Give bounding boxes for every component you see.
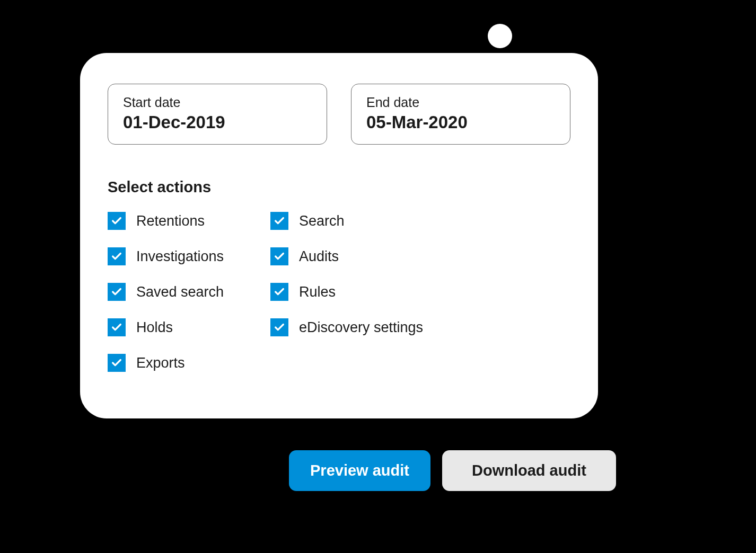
checkbox-row-rules[interactable]: Rules xyxy=(270,283,423,301)
checkbox-investigations[interactable] xyxy=(108,247,126,265)
checkbox-rules[interactable] xyxy=(270,283,288,301)
check-icon xyxy=(274,251,285,262)
actions-column-1: Retentions Investigations Saved search H… xyxy=(108,212,270,372)
checkbox-label: eDiscovery settings xyxy=(299,319,423,336)
check-icon xyxy=(274,215,285,227)
checkbox-label: Saved search xyxy=(136,284,224,300)
checkbox-label: Retentions xyxy=(136,213,205,229)
end-date-field[interactable]: End date 05-Mar-2020 xyxy=(351,84,570,145)
checkbox-row-saved-search[interactable]: Saved search xyxy=(108,283,270,301)
checkbox-search[interactable] xyxy=(270,212,288,230)
checkbox-label: Investigations xyxy=(136,248,224,265)
check-icon xyxy=(111,322,122,333)
checkbox-holds[interactable] xyxy=(108,318,126,336)
check-icon xyxy=(111,251,122,262)
check-icon xyxy=(111,286,122,298)
decorative-circle xyxy=(488,24,512,48)
start-date-field[interactable]: Start date 01-Dec-2019 xyxy=(108,84,327,145)
checkbox-row-retentions[interactable]: Retentions xyxy=(108,212,270,230)
checkbox-saved-search[interactable] xyxy=(108,283,126,301)
checkbox-label: Audits xyxy=(299,248,339,265)
select-actions-title: Select actions xyxy=(108,179,570,196)
end-date-value: 05-Mar-2020 xyxy=(366,112,555,132)
checkbox-row-exports[interactable]: Exports xyxy=(108,354,270,372)
checkbox-label: Search xyxy=(299,213,345,229)
check-icon xyxy=(111,357,122,369)
checkbox-label: Holds xyxy=(136,319,173,336)
action-buttons-row: Preview audit Download audit xyxy=(289,450,616,491)
check-icon xyxy=(111,215,122,227)
checkbox-row-holds[interactable]: Holds xyxy=(108,318,270,336)
audit-filter-panel: Start date 01-Dec-2019 End date 05-Mar-2… xyxy=(80,53,598,418)
check-icon xyxy=(274,322,285,333)
checkbox-row-ediscovery-settings[interactable]: eDiscovery settings xyxy=(270,318,423,336)
checkbox-label: Exports xyxy=(136,355,185,371)
checkbox-row-search[interactable]: Search xyxy=(270,212,423,230)
checkbox-label: Rules xyxy=(299,284,336,300)
check-icon xyxy=(274,286,285,298)
checkbox-exports[interactable] xyxy=(108,354,126,372)
download-audit-button[interactable]: Download audit xyxy=(442,450,616,491)
actions-checkbox-grid: Retentions Investigations Saved search H… xyxy=(108,212,570,372)
checkbox-audits[interactable] xyxy=(270,247,288,265)
preview-audit-button[interactable]: Preview audit xyxy=(289,450,430,491)
start-date-value: 01-Dec-2019 xyxy=(123,112,312,132)
checkbox-ediscovery-settings[interactable] xyxy=(270,318,288,336)
date-range-row: Start date 01-Dec-2019 End date 05-Mar-2… xyxy=(108,84,570,145)
checkbox-retentions[interactable] xyxy=(108,212,126,230)
start-date-label: Start date xyxy=(123,95,312,110)
checkbox-row-audits[interactable]: Audits xyxy=(270,247,423,265)
checkbox-row-investigations[interactable]: Investigations xyxy=(108,247,270,265)
actions-column-2: Search Audits Rules eDiscovery settings xyxy=(270,212,423,372)
end-date-label: End date xyxy=(366,95,555,110)
